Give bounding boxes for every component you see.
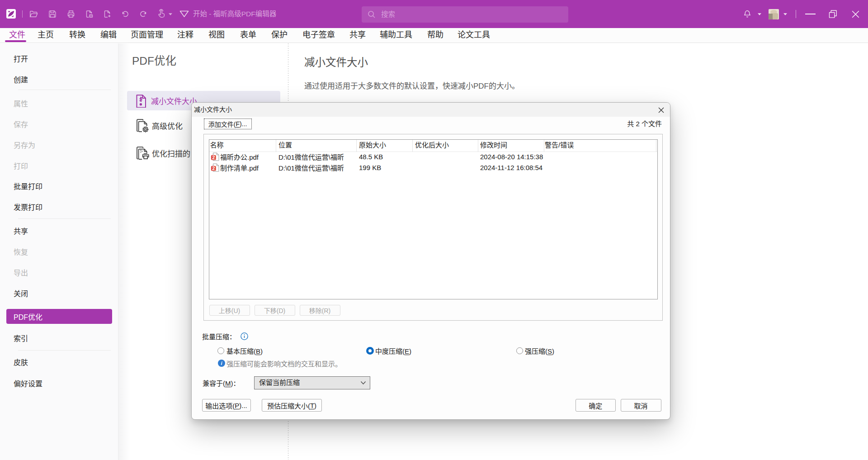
- svg-text:2: 2: [212, 155, 215, 160]
- svg-text:2: 2: [212, 166, 215, 171]
